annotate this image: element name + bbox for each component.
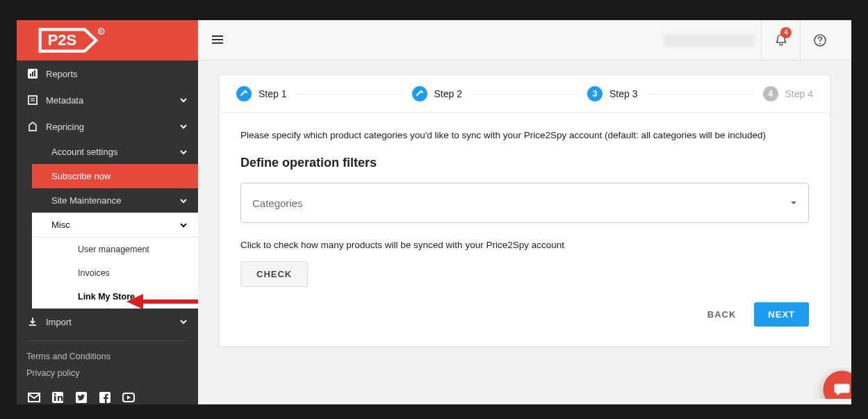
- sidebar-label: Import: [46, 317, 179, 327]
- step-4: 4 Step 4: [763, 86, 813, 101]
- chevron-down-icon: [179, 317, 188, 327]
- chevron-down-icon: [179, 196, 188, 206]
- sidebar-item-user-management[interactable]: User management: [32, 238, 198, 261]
- svg-rect-5: [32, 72, 33, 76]
- sidebar: P2S R Reports Metadata: [17, 20, 198, 404]
- sidebar-item-site-maintenance[interactable]: Site Maintenance: [32, 188, 198, 213]
- sidebar-label: Account settings: [51, 147, 179, 157]
- svg-rect-12: [54, 396, 56, 401]
- next-button[interactable]: NEXT: [754, 302, 809, 327]
- sidebar-label: Reports: [46, 69, 188, 79]
- chevron-down-icon: [179, 95, 188, 105]
- chevron-down-icon: [179, 122, 188, 131]
- sidebar-item-subscribe[interactable]: Subscribe now: [32, 164, 198, 188]
- hint-text: Click to check how many products will be…: [240, 240, 809, 250]
- step-current-icon: 3: [587, 86, 603, 101]
- svg-rect-4: [30, 74, 31, 76]
- metadata-icon: [26, 94, 39, 106]
- twitter-icon[interactable]: [74, 390, 89, 404]
- back-button[interactable]: BACK: [699, 302, 745, 327]
- step-done-icon: [412, 86, 427, 101]
- youtube-icon[interactable]: [121, 390, 136, 404]
- main-area: 4 Step 1: [198, 20, 851, 404]
- chat-icon: [833, 381, 851, 399]
- notifications-button[interactable]: 4: [761, 20, 800, 60]
- svg-point-13: [54, 393, 56, 395]
- svg-rect-6: [34, 70, 35, 76]
- step-label: Step 2: [434, 88, 462, 99]
- mail-icon[interactable]: [26, 390, 42, 404]
- sidebar-item-account-settings[interactable]: Account settings: [32, 140, 198, 164]
- intro-text: Please specify which product categories …: [240, 130, 809, 140]
- import-icon: [26, 315, 39, 328]
- help-button[interactable]: [800, 20, 839, 60]
- categories-select[interactable]: Categories: [240, 183, 809, 223]
- step-pending-icon: 4: [763, 86, 778, 101]
- chevron-down-icon: [179, 220, 188, 230]
- link-privacy[interactable]: Privacy policy: [26, 365, 188, 381]
- notification-badge: 4: [780, 27, 792, 38]
- sidebar-item-metadata[interactable]: Metadata: [17, 87, 198, 113]
- step-label: Step 4: [785, 88, 813, 99]
- sidebar-label: Metadata: [46, 95, 179, 106]
- help-icon: [813, 33, 827, 47]
- step-done-icon: [236, 86, 252, 101]
- brand-logo[interactable]: P2S R: [17, 20, 198, 60]
- step-label: Step 3: [609, 88, 637, 99]
- sidebar-label: Misc: [51, 220, 179, 230]
- wizard-card: Step 1 Step 2 3 Step 3: [219, 74, 830, 347]
- select-placeholder: Categories: [252, 197, 303, 209]
- hamburger-icon[interactable]: [211, 33, 226, 48]
- sidebar-item-reports[interactable]: Reports: [17, 60, 198, 87]
- facebook-icon[interactable]: [97, 390, 113, 404]
- sidebar-label: Site Maintenance: [51, 195, 179, 206]
- repricing-icon: [26, 120, 39, 133]
- linkedin-icon[interactable]: [50, 390, 65, 404]
- svg-text:R: R: [99, 29, 103, 34]
- reports-icon: [26, 67, 39, 80]
- svg-rect-7: [28, 96, 37, 104]
- step-label: Step 1: [259, 88, 286, 99]
- topbar: 4: [198, 20, 851, 60]
- stepper: Step 1 Step 2 3 Step 3: [220, 75, 830, 113]
- sidebar-label: Repricing: [46, 122, 179, 132]
- sidebar-item-link-my-store[interactable]: Link My Store: [32, 285, 198, 309]
- sidebar-label: Subscribe now: [51, 171, 188, 181]
- sidebar-item-misc[interactable]: Misc: [32, 213, 198, 238]
- sidebar-item-repricing[interactable]: Repricing: [17, 113, 198, 140]
- step-separator: [296, 94, 402, 95]
- social-icons: [17, 386, 198, 404]
- section-title: Define operation filters: [240, 156, 809, 170]
- link-terms[interactable]: Terms and Conditions: [26, 348, 188, 365]
- chat-widget-button[interactable]: [824, 371, 852, 400]
- step-1[interactable]: Step 1: [236, 86, 286, 101]
- sidebar-item-import[interactable]: Import: [17, 309, 198, 335]
- caret-down-icon: [790, 199, 797, 206]
- step-2[interactable]: Step 2: [412, 86, 462, 101]
- step-3[interactable]: 3 Step 3: [587, 86, 637, 101]
- step-separator: [472, 94, 578, 95]
- svg-point-21: [819, 42, 821, 44]
- sidebar-item-invoices[interactable]: Invoices: [32, 261, 198, 285]
- chevron-down-icon: [179, 147, 188, 157]
- svg-text:P2S: P2S: [48, 31, 77, 49]
- check-button[interactable]: CHECK: [240, 261, 308, 287]
- step-separator: [647, 94, 753, 95]
- user-name-blurred[interactable]: [664, 34, 754, 47]
